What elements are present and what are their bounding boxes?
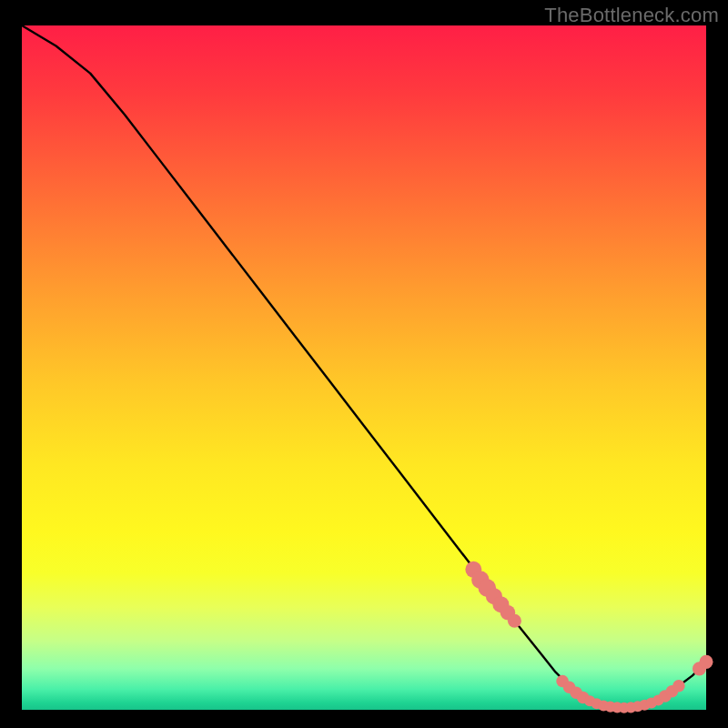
plot-area	[22, 25, 706, 710]
chart-svg	[22, 25, 706, 710]
data-point	[508, 614, 521, 628]
bottleneck-curve	[22, 25, 706, 708]
data-point	[699, 655, 713, 669]
data-point	[672, 680, 685, 693]
watermark-text: TheBottleneck.com	[544, 4, 719, 27]
highlighted-points	[465, 561, 713, 713]
chart-frame: TheBottleneck.com	[0, 0, 728, 728]
